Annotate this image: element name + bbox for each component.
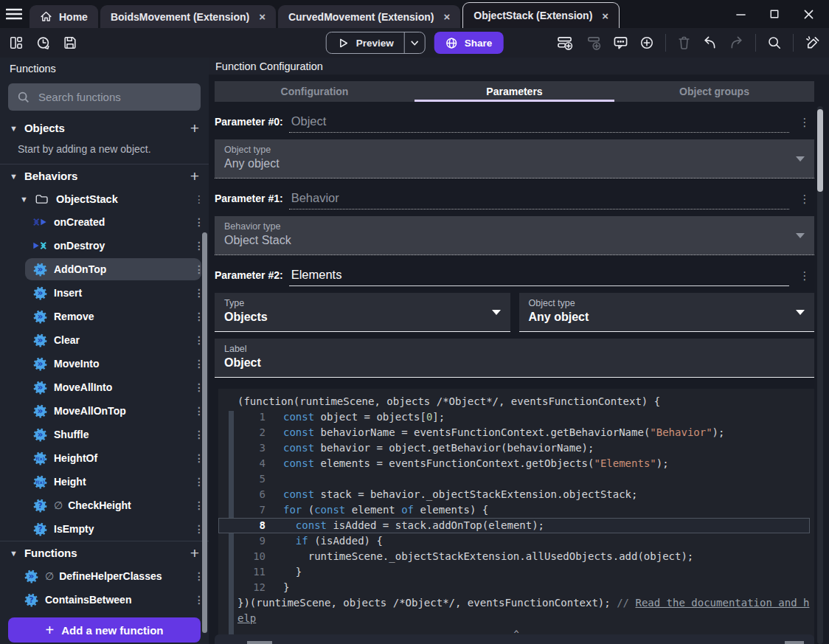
tab-parameters[interactable]: Parameters [414,81,614,102]
action-icon: » [32,380,47,395]
panels-button[interactable] [9,35,24,50]
main-scrollbar[interactable] [817,109,823,192]
code-line-11[interactable]: 11 } [218,564,810,580]
parameter-0-object-type-select[interactable]: Object type Any object [215,139,814,179]
sidebar-item-containsbetween[interactable]: ?ContainsBetween⋮ [0,588,209,612]
sidebar-item-moveinto[interactable]: »MoveInto⋮ [0,352,209,375]
parameter-0-menu-button[interactable]: ⋮ [795,116,814,133]
code-line-6[interactable]: 6const stack = behavior._objectStackExte… [218,487,810,502]
code-line-9[interactable]: 9 if (isAdded) { [218,533,810,549]
trash-button[interactable] [677,35,691,50]
save-button[interactable] [63,35,77,50]
sidebar-item-heightof[interactable]: f(x)HeightOf⋮ [0,446,209,470]
tab-home[interactable]: Home [30,5,98,28]
parameter-1-menu-button[interactable]: ⋮ [795,193,814,210]
svg-text:»: » [37,335,43,345]
close-button[interactable] [797,4,820,24]
code-line-2[interactable]: 2const behaviorName = eventsFunctionCont… [218,425,810,440]
sidebar-item-clear[interactable]: »Clear⋮ [0,328,209,352]
sidebar-item-moveallinto[interactable]: »MoveAllInto⋮ [0,375,209,399]
share-button[interactable]: Share [434,32,504,54]
code-line-7[interactable]: 7for (const element of elements) { [218,502,810,518]
code-line-8[interactable]: 8 const isAdded = stack.addOnTop(element… [218,518,810,533]
behavior-group-objectstack[interactable]: ▼ ObjectStack ⋮ [0,187,209,210]
trash-icon [677,35,691,50]
preview-dropdown-button[interactable] [404,32,425,53]
sidebar-item-oncreated[interactable]: onCreated⋮ [0,210,209,234]
minimize-icon [736,10,746,19]
menu-button[interactable] [0,0,28,28]
sidebar-item-shuffle[interactable]: »Shuffle⋮ [0,423,209,446]
preview-button[interactable]: Preview [327,32,404,53]
svg-text:?: ? [38,524,42,533]
add-behavior-button[interactable]: + [190,168,199,184]
line-number: 7 [218,502,266,518]
tab-curvedmovement-extension[interactable]: CurvedMovement (Extension)× [278,5,460,28]
javascript-code-editor[interactable]: (function(runtimeScene, objects /*Object… [218,389,814,644]
close-tab-icon[interactable]: × [259,10,266,23]
add-circle-button[interactable] [639,35,654,50]
code-line-1[interactable]: 1const object = objects[0]; [218,409,810,425]
action-icon: » [32,333,47,347]
parameter-2-label-field[interactable]: Label Object [215,339,814,378]
history-button[interactable] [35,35,51,51]
add-event-button[interactable] [557,35,574,51]
search-button[interactable] [767,35,782,50]
sidebar-item-ondestroy[interactable]: onDestroy⋮ [0,234,209,257]
code-lines[interactable]: 1const object = objects[0];2const behavi… [218,409,810,595]
add-comment-button[interactable] [613,35,628,50]
code-line-10[interactable]: 10 runtimeScene._objectStackExtension.al… [218,549,810,564]
sidebar-item-insert[interactable]: »Insert⋮ [0,281,209,305]
tab-object-groups[interactable]: Object groups [614,81,814,102]
minimize-button[interactable] [729,4,752,24]
close-tab-icon[interactable]: × [602,10,608,22]
collapse-caret-icon: ▼ [20,195,28,204]
search-input[interactable] [38,91,192,103]
parameter-1-behavior-type-select[interactable]: Behavior type Object Stack [215,216,814,255]
sidebar-item-checkheight[interactable]: ?∅CheckHeight⋮ [0,494,209,517]
sidebar-item-definehelperclasses[interactable]: »∅DefineHelperClasses⋮ [0,564,209,588]
code-line-5[interactable]: 5 [218,471,810,487]
toolbar-center: Preview Share [326,32,504,54]
item-label: onCreated [54,216,105,228]
add-new-function-button[interactable]: + Add a new function [8,617,201,643]
parameter-0-name-input[interactable] [289,114,789,133]
add-free-function-button[interactable]: + [190,545,199,561]
tab-configuration[interactable]: Configuration [215,81,414,102]
sidebar-item-remove[interactable]: »Remove⋮ [0,305,209,328]
parameter-2-object-type-select[interactable]: Object type Any object [519,293,815,332]
sidebar-scrollbar[interactable] [202,232,207,633]
add-subevent-button[interactable] [585,35,602,51]
sidebar-section-functions[interactable]: ▼ Functions + [0,541,209,564]
undo-button[interactable] [702,35,718,50]
maximize-button[interactable] [763,4,786,24]
condition-icon: ? [24,592,38,607]
sidebar-item-moveallontop[interactable]: »MoveAllOnTop⋮ [0,399,209,423]
sidebar-item-addontop[interactable]: »AddOnTop⋮ [0,257,209,281]
item-menu-button[interactable]: ⋮ [190,216,209,228]
sidebar-section-behaviors[interactable]: ▼ Behaviors + [0,165,209,187]
redo-button[interactable] [729,35,744,50]
lifecycle-destroy-icon [32,238,47,253]
edit-extension-button[interactable] [805,35,820,50]
parameter-2-menu-button[interactable]: ⋮ [795,269,814,286]
home-icon [40,10,52,23]
add-object-button[interactable]: + [190,120,199,136]
item-menu-button[interactable]: ⋮ [190,193,209,205]
code-line-12[interactable]: 12} [218,580,810,595]
close-tab-icon[interactable]: × [444,10,451,23]
parameter-1-name-input[interactable] [289,191,789,210]
chevron-down-icon [411,41,419,46]
item-label: MoveAllOnTop [54,405,126,417]
parameter-2-type-select[interactable]: Type Objects [215,293,510,332]
condition-icon: ? [32,522,47,536]
parameter-2-name-input[interactable] [289,268,789,286]
tab-objectstack-extension[interactable]: ObjectStack (Extension)× [462,2,620,28]
sidebar-item-isempty[interactable]: ?IsEmpty⋮ [0,517,209,541]
sidebar-section-objects[interactable]: ▼ Objects + [0,117,209,139]
sidebar-item-height[interactable]: f(x)Height⋮ [0,470,209,494]
tab-boidsmovement-extension[interactable]: BoidsMovement (Extension)× [100,5,276,28]
close-icon [804,10,814,19]
code-line-3[interactable]: 3const behavior = object.getBehavior(beh… [218,440,810,456]
code-line-4[interactable]: 4const elements = eventsFunctionContext.… [218,456,810,471]
